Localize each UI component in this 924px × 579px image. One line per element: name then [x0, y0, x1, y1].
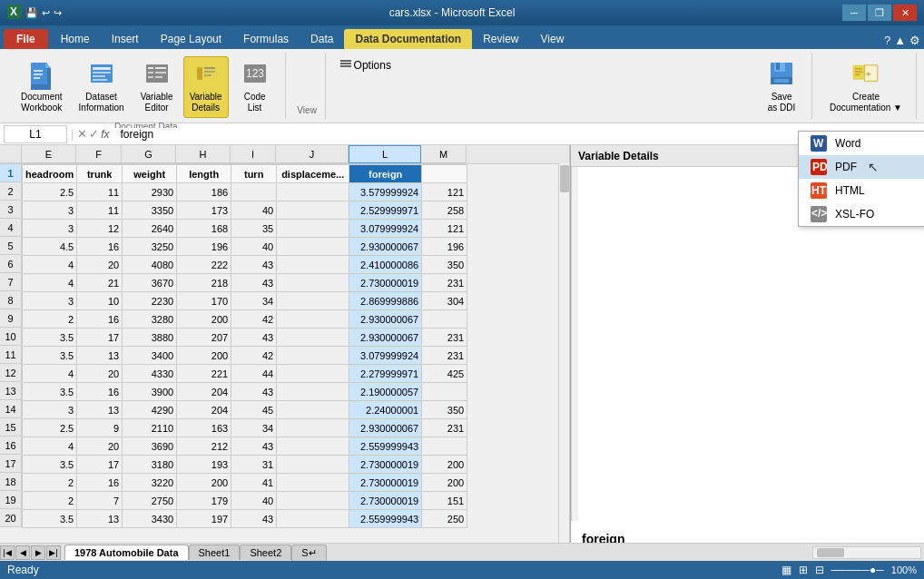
cell-i12[interactable]: 44	[231, 365, 277, 383]
cell-l14[interactable]: 2.24000001	[349, 401, 422, 419]
tab-review[interactable]: Review	[472, 29, 529, 49]
cell-e11[interactable]: 3.5	[23, 347, 77, 365]
cell-m1[interactable]	[422, 165, 467, 183]
cell-h11[interactable]: 200	[177, 347, 231, 365]
cell-l8[interactable]: 2.869999886	[349, 292, 422, 310]
cell-i20[interactable]: 43	[231, 510, 277, 528]
cell-g6[interactable]: 4080	[123, 256, 177, 274]
insert-function-icon[interactable]: fx	[101, 128, 109, 141]
cell-m7[interactable]: 231	[422, 274, 467, 292]
cell-i6[interactable]: 43	[231, 256, 277, 274]
cell-g20[interactable]: 3430	[123, 510, 177, 528]
cell-m18[interactable]: 200	[422, 474, 467, 492]
hscroll-thumb[interactable]	[817, 548, 844, 557]
cell-e12[interactable]: 4	[23, 365, 77, 383]
row-num-19[interactable]: 19	[0, 491, 22, 509]
cell-m6[interactable]: 350	[422, 256, 467, 274]
cell-i14[interactable]: 45	[231, 401, 277, 419]
col-header-g[interactable]: G	[122, 145, 176, 163]
cell-l1[interactable]: foreign	[349, 165, 422, 183]
cell-j2[interactable]	[277, 183, 349, 201]
cell-h14[interactable]: 204	[177, 401, 231, 419]
cell-e16[interactable]: 4	[23, 437, 77, 456]
tab-formulas[interactable]: Formulas	[232, 29, 300, 49]
sheet-nav-prev[interactable]: ◀	[15, 545, 30, 560]
tab-insert[interactable]: Insert	[101, 29, 150, 49]
row-num-10[interactable]: 10	[0, 328, 22, 346]
cell-h10[interactable]: 207	[177, 329, 231, 347]
row-num-16[interactable]: 16	[0, 437, 22, 455]
cell-h18[interactable]: 200	[177, 474, 231, 492]
cell-f7[interactable]: 21	[77, 274, 123, 292]
cell-g16[interactable]: 3690	[123, 437, 177, 456]
cell-f14[interactable]: 13	[77, 401, 123, 419]
cell-f20[interactable]: 13	[77, 510, 123, 528]
cell-h7[interactable]: 218	[177, 274, 231, 292]
cell-e14[interactable]: 3	[23, 401, 77, 419]
row-num-12[interactable]: 12	[0, 364, 22, 382]
cell-l10[interactable]: 2.930000067	[349, 329, 422, 347]
dropdown-html[interactable]: HTML HTML	[799, 179, 924, 202]
cell-h5[interactable]: 196	[177, 238, 231, 256]
cell-j13[interactable]	[277, 383, 349, 401]
cell-g10[interactable]: 3880	[123, 329, 177, 347]
sheet-tab-automobile[interactable]: 1978 Automobile Data	[64, 545, 189, 560]
ribbon-help-icon[interactable]: ?	[884, 34, 890, 47]
cell-j7[interactable]	[277, 274, 349, 292]
cell-h4[interactable]: 168	[177, 220, 231, 238]
cell-l20[interactable]: 2.559999943	[349, 510, 422, 528]
cell-m9[interactable]	[422, 310, 467, 329]
tab-data-documentation[interactable]: Data Documentation	[344, 29, 472, 49]
cell-h1[interactable]: length	[177, 165, 231, 183]
cell-g3[interactable]: 3350	[123, 201, 177, 220]
cell-j9[interactable]	[277, 310, 349, 329]
sheet-nav-first[interactable]: |◀	[0, 545, 15, 560]
restore-button[interactable]: ❐	[868, 5, 891, 21]
cell-h9[interactable]: 200	[177, 310, 231, 329]
code-list-button[interactable]: 123 CodeList	[232, 56, 278, 118]
variable-details-button[interactable]: VariableDetails	[183, 56, 229, 118]
cell-g14[interactable]: 4290	[123, 401, 177, 419]
cell-e19[interactable]: 2	[23, 492, 77, 510]
dataset-info-button[interactable]: DatasetInformation	[73, 56, 131, 118]
create-doc-button[interactable]: + CreateDocumentation ▼	[823, 56, 909, 118]
cell-j16[interactable]	[277, 437, 349, 456]
cell-g9[interactable]: 3280	[123, 310, 177, 329]
cell-m10[interactable]: 231	[422, 329, 467, 347]
cell-l7[interactable]: 2.730000019	[349, 274, 422, 292]
cell-g17[interactable]: 3180	[123, 456, 177, 474]
cell-m15[interactable]: 231	[422, 419, 467, 437]
cell-f2[interactable]: 11	[77, 183, 123, 201]
tab-view[interactable]: View	[530, 29, 575, 49]
cell-h12[interactable]: 221	[177, 365, 231, 383]
cell-e7[interactable]: 4	[23, 274, 77, 292]
row-num-3[interactable]: 3	[0, 201, 22, 219]
cell-i2[interactable]	[231, 183, 277, 201]
dropdown-xsl-fo[interactable]: </> XSL-FO	[799, 202, 924, 226]
col-header-h[interactable]: H	[176, 145, 231, 163]
cell-e1[interactable]: headroom	[23, 165, 77, 183]
cell-e4[interactable]: 3	[23, 220, 77, 238]
cell-i13[interactable]: 43	[231, 383, 277, 401]
cell-f15[interactable]: 9	[77, 419, 123, 437]
cell-l4[interactable]: 3.079999924	[349, 220, 422, 238]
cell-m4[interactable]: 121	[422, 220, 467, 238]
vertical-scrollbar[interactable]	[558, 163, 569, 543]
tab-file[interactable]: File	[4, 29, 48, 49]
cell-h3[interactable]: 173	[177, 201, 231, 220]
row-num-17[interactable]: 17	[0, 455, 22, 473]
dropdown-word[interactable]: W Word	[799, 132, 924, 155]
cell-g13[interactable]: 3900	[123, 383, 177, 401]
redo-icon[interactable]: ↪	[54, 7, 62, 19]
horizontal-scrollbar[interactable]	[812, 546, 921, 559]
cell-e3[interactable]: 3	[23, 201, 77, 220]
cell-m8[interactable]: 304	[422, 292, 467, 310]
sheet-nav-last[interactable]: ▶|	[46, 545, 61, 560]
cell-m5[interactable]: 196	[422, 238, 467, 256]
cell-i10[interactable]: 43	[231, 329, 277, 347]
row-num-2[interactable]: 2	[0, 182, 22, 201]
cell-i4[interactable]: 35	[231, 220, 277, 238]
undo-icon[interactable]: ↩	[42, 7, 50, 19]
cell-e8[interactable]: 3	[23, 292, 77, 310]
cell-e18[interactable]: 2	[23, 474, 77, 492]
